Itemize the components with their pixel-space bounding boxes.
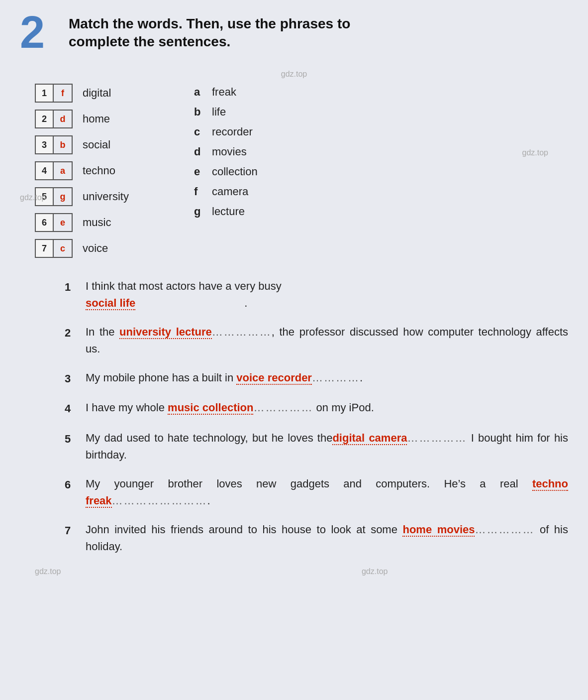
match-word: home — [83, 113, 110, 125]
right-letter: c — [194, 125, 204, 138]
box-answer-letter: c — [54, 240, 72, 257]
match-left-row: 5 g university — [35, 187, 164, 206]
box-answer-letter: g — [54, 188, 72, 205]
match-right-row: g lecture — [194, 205, 258, 218]
box-number: 2 — [36, 111, 54, 127]
sentence-answer: voice recorder — [236, 371, 312, 385]
sentence-text: My dad used to hate technology, but he l… — [86, 430, 568, 464]
box-number: 3 — [36, 136, 54, 153]
sentence-answer: university lecture — [119, 326, 212, 339]
match-box: 7 c — [35, 239, 73, 258]
instruction-line1: Match the words. Then, use the phrases t… — [69, 16, 350, 31]
sentence-number: 4 — [65, 400, 77, 417]
match-left-row: 1 f digital — [35, 84, 164, 103]
watermark-left1: gdz.top — [20, 193, 46, 202]
match-word: music — [83, 216, 111, 229]
sentence-text: I think that most actors have a very bus… — [86, 278, 568, 312]
box-answer-letter: b — [54, 136, 72, 153]
match-box: 2 d — [35, 110, 73, 128]
dots: …………… — [212, 326, 272, 338]
box-number: 7 — [36, 240, 54, 257]
box-answer-letter: d — [54, 111, 72, 127]
match-left-row: 6 e music — [35, 213, 164, 232]
match-right: a freak b life c recorder d movies e col… — [194, 86, 258, 258]
match-right-row: c recorder — [194, 125, 258, 138]
exercise-header: 2 Match the words. Then, use the phrases… — [20, 15, 568, 55]
match-right-row: f camera — [194, 185, 258, 198]
match-word: social — [83, 138, 110, 151]
sentence-item: 5 My dad used to hate technology, but he… — [65, 430, 568, 464]
match-left: 1 f digital 2 d home 3 b social 4 a tech… — [35, 84, 164, 258]
sentence-number: 7 — [65, 522, 77, 555]
match-word: techno — [83, 164, 115, 177]
dots: …………………… — [112, 494, 207, 507]
match-box: 4 a — [35, 161, 73, 180]
box-number: 4 — [36, 162, 54, 179]
sentence-answer: social life — [86, 297, 135, 310]
match-left-row: 2 d home — [35, 110, 164, 128]
sentence-text: I have my whole music collection…………… on… — [86, 399, 568, 417]
sentence-number: 1 — [65, 279, 77, 312]
match-box: 6 e — [35, 213, 73, 232]
match-box: 3 b — [35, 135, 73, 154]
box-answer-letter: e — [54, 214, 72, 231]
watermark-bottom-area: gdz.top gdz.top — [35, 567, 568, 576]
right-word: life — [212, 106, 226, 118]
watermark-bottom-left: gdz.top — [35, 567, 61, 576]
dots: …………… — [407, 432, 467, 444]
match-area: 1 f digital 2 d home 3 b social 4 a tech… — [35, 84, 568, 258]
sentence-answer: home movies — [402, 523, 475, 537]
sentences-area: 1 I think that most actors have a very b… — [65, 278, 568, 555]
instruction-line2: complete the sentences. — [69, 34, 230, 49]
match-left-row: 4 a techno — [35, 161, 164, 180]
sentence-item: 6 My younger brother loves new gadgets a… — [65, 475, 568, 509]
match-right-row: b life — [194, 106, 258, 118]
sentence-item: 2 In the university lecture……………, the pr… — [65, 324, 568, 357]
match-box: 1 f — [35, 84, 73, 103]
sentence-text: John invited his friends around to his h… — [86, 521, 568, 555]
right-letter: e — [194, 165, 204, 178]
right-letter: f — [194, 185, 204, 198]
sentence-text: In the university lecture……………, the prof… — [86, 324, 568, 357]
sentence-item: 7 John invited his friends around to his… — [65, 521, 568, 555]
box-number: 6 — [36, 214, 54, 231]
right-word: movies — [212, 145, 247, 158]
match-word: voice — [83, 242, 108, 255]
box-number: 1 — [36, 85, 54, 102]
dots: …………… — [475, 523, 534, 536]
right-word: collection — [212, 165, 258, 178]
right-letter: d — [194, 145, 204, 158]
sentence-item: 1 I think that most actors have a very b… — [65, 278, 568, 312]
sentence-number: 5 — [65, 431, 77, 464]
sentence-item: 4 I have my whole music collection…………… … — [65, 399, 568, 417]
watermark-right1: gdz.top — [522, 148, 548, 157]
sentence-number: 6 — [65, 476, 77, 509]
watermark-bottom-right: gdz.top — [362, 567, 388, 576]
dots: …………… — [253, 401, 313, 414]
match-right-row: e collection — [194, 165, 258, 178]
right-letter: g — [194, 205, 204, 218]
match-right-row: d movies — [194, 145, 258, 158]
sentence-text: My younger brother loves new gadgets and… — [86, 475, 568, 509]
right-word: camera — [212, 185, 248, 198]
sentence-answer: digital camera — [332, 432, 407, 445]
right-word: freak — [212, 86, 236, 99]
sentence-number: 3 — [65, 370, 77, 387]
right-word: lecture — [212, 205, 245, 218]
match-left-row: 7 c voice — [35, 239, 164, 258]
right-letter: b — [194, 106, 204, 118]
instruction-text: Match the words. Then, use the phrases t… — [69, 15, 350, 51]
sentence-number: 2 — [65, 325, 77, 357]
match-word: digital — [83, 87, 111, 100]
box-answer-letter: a — [54, 162, 72, 179]
match-word: university — [83, 190, 129, 203]
right-word: recorder — [212, 125, 253, 138]
exercise-number: 2 — [20, 10, 60, 55]
right-letter: a — [194, 86, 204, 99]
sentence-answer: music collection — [168, 401, 253, 415]
box-answer-letter: f — [54, 85, 72, 102]
dots: ………… — [312, 371, 360, 384]
match-right-row: a freak — [194, 86, 258, 99]
match-left-row: 3 b social — [35, 135, 164, 154]
watermark-top: gdz.top — [20, 70, 568, 79]
